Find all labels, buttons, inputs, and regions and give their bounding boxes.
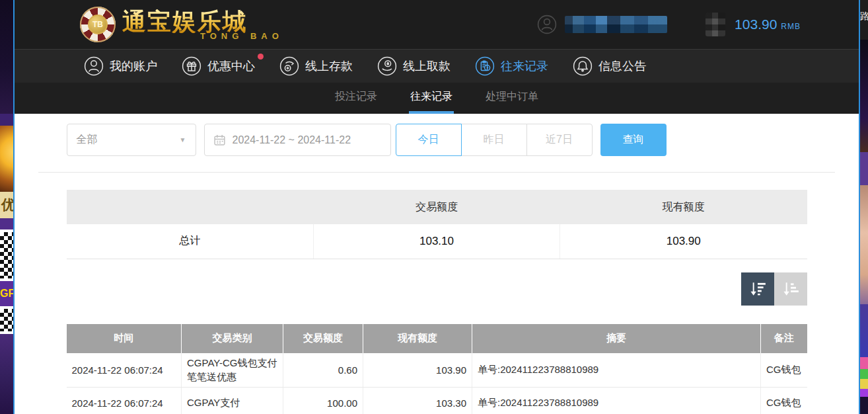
nav-item-my-account[interactable]: 我的账户 — [84, 56, 157, 76]
records-header-type: 交易类别 — [182, 324, 283, 353]
cell-type: CGPAY-CG钱包支付笔笔送优惠 — [182, 353, 283, 388]
promo-char-text: 优 — [1, 196, 13, 214]
qr-code-fragment — [0, 229, 13, 281]
site-logo[interactable]: TB 通宝娱乐城 TONG BAO — [80, 7, 283, 42]
tab-label: 投注记录 — [335, 90, 377, 104]
records-header-summary: 摘要 — [472, 324, 761, 353]
balance-amount: 103.90 — [735, 17, 777, 32]
cell-type: CGPAY支付 — [182, 388, 283, 414]
quick-date-group: 今日 昨日 近7日 — [396, 124, 593, 156]
background-left-strip: 优 GF — [0, 0, 13, 414]
background-bottom-dark — [860, 397, 868, 414]
tab-label: 处理中订单 — [486, 90, 538, 104]
bell-icon — [573, 56, 593, 76]
background-blue-band — [860, 304, 868, 357]
nav-label: 我的账户 — [110, 58, 157, 74]
cell-summary: 单号:202411223788810989 — [472, 388, 761, 414]
quick-yesterday-button[interactable]: 昨日 — [461, 124, 527, 156]
cell-balance: 103.90 — [363, 353, 472, 388]
summary-header-row: 交易额度 现有额度 — [67, 190, 807, 224]
top-header: TB 通宝娱乐城 TONG BAO 103.90 RMB — [15, 0, 859, 49]
background-promo-char: 优 — [0, 192, 13, 218]
nav-label: 优惠中心 — [207, 58, 255, 74]
cell-amount: 100.00 — [283, 388, 363, 414]
balance-currency: RMB — [781, 22, 801, 31]
background-right-strip: 路 — [860, 0, 868, 414]
brand-char-text: GF — [0, 288, 13, 300]
date-range-value: 2024-11-22 ~ 2024-11-22 — [233, 134, 351, 146]
cell-note: CG钱包 — [761, 388, 807, 414]
secondary-tab-bar: 投注记录 往来记录 处理中订单 — [15, 83, 859, 114]
sort-controls — [67, 272, 807, 306]
cell-balance: 103.30 — [363, 388, 472, 414]
sort-descending-button[interactable] — [741, 272, 774, 306]
nav-item-deposit[interactable]: 线上存款 — [279, 56, 353, 76]
nav-item-promotions[interactable]: 优惠中心 — [182, 56, 255, 76]
background-purple-band2 — [0, 218, 13, 229]
calendar-icon — [213, 134, 226, 146]
cell-amount: 0.60 — [283, 353, 363, 388]
cell-time: 2024-11-22 06:07:24 — [67, 388, 182, 414]
balance-display[interactable]: 103.90 RMB — [735, 17, 801, 32]
notification-dot — [258, 54, 264, 60]
sort-descending-icon — [748, 280, 767, 298]
table-row: 2024-11-22 06:07:24 CGPAY支付 100.00 103.3… — [67, 388, 807, 414]
qr-code-fragment-2 — [0, 306, 13, 334]
logo-title: 通宝娱乐城 — [122, 9, 283, 33]
background-character-art — [860, 185, 868, 304]
content-area: 全部 ▼ 2024-11-22 ~ 2024-11-22 — [15, 114, 859, 414]
nav-label: 往来记录 — [501, 58, 548, 74]
background-purple-band — [0, 114, 13, 126]
background-deep-purple — [860, 40, 868, 152]
background-purple-band3 — [860, 152, 868, 185]
section-divider — [38, 172, 835, 173]
summary-header-empty — [67, 190, 314, 224]
chevron-down-icon: ▼ — [180, 136, 186, 144]
wallet-icon-redacted — [705, 13, 725, 36]
nav-item-withdraw[interactable]: 线上取款 — [377, 56, 451, 76]
summary-total-transaction: 103.10 — [314, 224, 560, 259]
background-brand-char: GF — [0, 281, 13, 306]
records-table: 时间 交易类别 交易额度 现有额度 摘要 备注 2024-11-22 06:07… — [67, 324, 807, 414]
summary-total-label: 总计 — [67, 224, 314, 259]
cell-time: 2024-11-22 06:07:24 — [67, 353, 182, 388]
nav-item-transactions[interactable]: 往来记录 — [475, 56, 548, 76]
edge-char-text: 路 — [860, 11, 868, 21]
records-header-balance: 现有额度 — [363, 324, 472, 353]
type-select[interactable]: 全部 ▼ — [67, 124, 196, 156]
records-header-row: 时间 交易类别 交易额度 现有额度 摘要 备注 — [67, 324, 807, 353]
account-icon — [84, 56, 104, 76]
tab-label: 往来记录 — [410, 90, 452, 104]
tab-transaction-records[interactable]: 往来记录 — [409, 83, 454, 114]
user-area: 103.90 RMB — [537, 13, 801, 36]
cell-summary: 单号:202411223788810989 — [472, 353, 761, 388]
table-row: 2024-11-22 06:07:24 CGPAY-CG钱包支付笔笔送优惠 0.… — [67, 353, 807, 388]
nav-label: 信息公告 — [598, 58, 646, 74]
date-range-input[interactable]: 2024-11-22 ~ 2024-11-22 — [204, 124, 391, 156]
user-avatar-icon — [537, 15, 557, 34]
chip-monogram: TB — [88, 15, 108, 34]
records-icon — [475, 56, 495, 76]
sort-ascending-button[interactable] — [774, 272, 807, 306]
records-header-amount: 交易额度 — [283, 324, 363, 353]
main-frame: TB 通宝娱乐城 TONG BAO 103.90 RMB — [13, 0, 860, 414]
nav-label: 线上取款 — [403, 58, 451, 74]
logo-text: 通宝娱乐城 TONG BAO — [122, 9, 283, 40]
summary-total-row: 总计 103.10 103.90 — [67, 224, 807, 259]
tab-bet-records[interactable]: 投注记录 — [334, 83, 379, 114]
filter-row: 全部 ▼ 2024-11-22 ~ 2024-11-22 — [67, 114, 807, 156]
summary-total-balance: 103.90 — [560, 224, 807, 259]
summary-header-transaction: 交易额度 — [314, 190, 560, 224]
query-button[interactable]: 查询 — [600, 124, 667, 156]
quick-today-button[interactable]: 今日 — [396, 124, 462, 156]
quick-last7-button[interactable]: 近7日 — [526, 124, 593, 156]
sort-ascending-icon — [781, 280, 800, 298]
background-dark-segment — [0, 0, 13, 114]
nav-item-announcements[interactable]: 信息公告 — [573, 56, 646, 76]
tab-pending-orders[interactable]: 处理中订单 — [484, 83, 540, 114]
page-canvas: 优 GF 路 TB 通宝娱乐城 TONG BAO — [0, 0, 868, 414]
background-edge-char: 路 — [860, 0, 868, 40]
primary-nav: 我的账户 优惠中心 线上存款 — [15, 49, 859, 83]
cell-note: CG钱包 — [761, 353, 807, 388]
username-redacted[interactable] — [565, 16, 667, 33]
